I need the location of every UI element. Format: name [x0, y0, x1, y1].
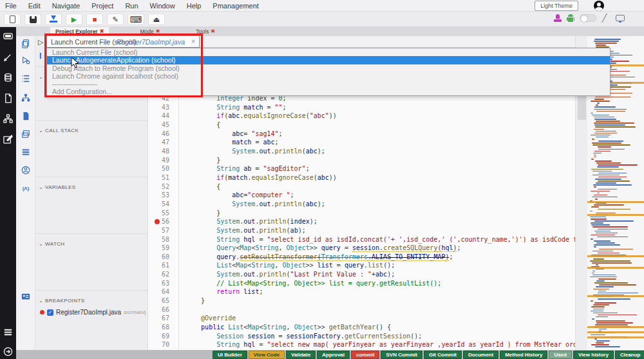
status-button-git-commit[interactable]: Git Commit	[424, 351, 462, 359]
list-icon[interactable]	[21, 73, 31, 84]
line-number[interactable]: 65	[148, 296, 169, 306]
menu-file[interactable]: File	[5, 2, 17, 10]
debug-section-call-stack[interactable]: ⌄CALL STACK	[35, 120, 148, 135]
code-line-50[interactable]: 50 String ab = "sagEditor";	[148, 164, 575, 173]
status-button-svn-commit[interactable]: SVN Commit	[381, 351, 422, 359]
account-icon[interactable]	[21, 165, 31, 175]
menu-help[interactable]: Help	[187, 2, 202, 10]
code-line-53[interactable]: 53 abc="computer ";	[148, 191, 575, 200]
code-line-47[interactable]: 47 match = abc;	[148, 138, 575, 147]
line-number[interactable]: 54	[148, 200, 169, 209]
panel-tab-project-explorer[interactable]: Project Explorer✖	[50, 27, 109, 36]
line-number[interactable]: 49	[148, 156, 169, 165]
line-number[interactable]: 45	[148, 121, 169, 130]
toggle-switch[interactable]	[580, 14, 596, 22]
pencil-line-icon[interactable]	[601, 14, 611, 23]
status-button-view-code[interactable]: View Code	[249, 351, 285, 359]
code-line-70[interactable]: 70 String hql = "select new map( yearFin…	[148, 340, 575, 349]
display-icon[interactable]	[616, 15, 625, 21]
run-button[interactable]: ▶	[66, 14, 82, 25]
run-config-option[interactable]: --------------------	[47, 80, 610, 88]
line-number[interactable]: 62	[148, 270, 169, 279]
status-button-method-history[interactable]: Method History	[500, 351, 547, 359]
code-line-67[interactable]: 67 @Override	[148, 314, 575, 323]
line-number[interactable]: 52	[148, 182, 169, 191]
code-line-69[interactable]: 69 Session session = sessionFactory.getC…	[148, 332, 575, 341]
copy-pages-icon[interactable]	[21, 39, 31, 49]
menu-pmanagement[interactable]: Pmanagement	[213, 2, 259, 10]
status-button-view-history[interactable]: View history	[573, 351, 614, 359]
debug-section-breakpoints[interactable]: ⌄BREAKPOINTS✓Register7DaoImpl.javasrc/ma…	[35, 290, 148, 316]
line-number[interactable]: 63	[148, 279, 169, 288]
line-number[interactable]: 58	[148, 235, 169, 244]
blue-menu-icon[interactable]	[21, 147, 31, 157]
code-line-45[interactable]: 45 {	[148, 121, 575, 130]
code-line-52[interactable]: 52 {	[148, 182, 575, 191]
line-number[interactable]: 69	[148, 332, 169, 341]
code-line-54[interactable]: 54 System.out.println(abc);	[148, 200, 575, 209]
menu-run[interactable]: Run	[125, 2, 138, 10]
menu-icon[interactable]	[3, 327, 14, 338]
code-line-43[interactable]: 43 String match = "";	[148, 103, 575, 112]
file-icon[interactable]	[3, 93, 14, 104]
deploy-button[interactable]	[45, 14, 62, 25]
terminal-icon[interactable]	[3, 31, 14, 42]
save-button[interactable]	[24, 14, 41, 25]
code-line-46[interactable]: 46 abc= "sag14";	[148, 130, 575, 139]
status-button-commit[interactable]: commit	[351, 351, 379, 359]
close-icon[interactable]: ✖	[211, 28, 215, 36]
line-number[interactable]: 67	[148, 314, 169, 323]
editor-tab[interactable]: Register7DaoImpl.java	[117, 38, 185, 46]
code-line-66[interactable]: 66	[148, 306, 575, 315]
panel-tab-mode[interactable]: Mode✖	[135, 27, 165, 36]
debug-section-variables[interactable]: ⌄VARIABLES	[35, 177, 148, 191]
breakpoint-checkbox[interactable]: ✓	[47, 309, 53, 316]
code-line-55[interactable]: 55 }	[148, 209, 575, 218]
line-number[interactable]: 55	[148, 209, 169, 218]
status-button-approval[interactable]: Approval	[317, 351, 350, 359]
database-icon[interactable]	[3, 72, 14, 83]
code-line-59[interactable]: 59 Query<Map<String, Object>> query = se…	[148, 244, 575, 253]
new-file-button[interactable]	[4, 14, 21, 25]
code-line-57[interactable]: 57 System.out.println(ab);	[148, 226, 575, 235]
accessibility-icon[interactable]: (Λ)	[21, 183, 31, 193]
status-button-cleanup[interactable]: Cleanup	[615, 351, 644, 359]
code-line-51[interactable]: 51 if(match.equalsIgnoreCase(abc))	[148, 173, 575, 182]
run-config-option[interactable]: Add Configuration...	[47, 88, 610, 95]
stop-button[interactable]: ■	[86, 14, 103, 25]
run-config-option[interactable]: Launch AutogenerateApplication (school)	[47, 56, 610, 64]
line-number[interactable]: 48	[148, 147, 169, 156]
line-number[interactable]: 50	[148, 164, 169, 173]
line-number[interactable]: 70	[148, 340, 169, 349]
line-number[interactable]: 43	[148, 103, 169, 112]
line-number[interactable]: 64	[148, 287, 169, 296]
code-line-56[interactable]: 56 System.out.println(index);	[148, 217, 575, 226]
status-button-ui-builder[interactable]: UI Builder	[213, 351, 247, 359]
line-number[interactable]: 47	[148, 138, 169, 147]
run-config-select[interactable]: Launch Current File (school) Register7Da…	[46, 35, 200, 48]
line-number[interactable]: 51	[148, 173, 169, 182]
line-number[interactable]: 59	[148, 244, 169, 253]
run-config-option[interactable]: Debug Attach to Remote Program (school)	[47, 64, 610, 72]
windows-icon[interactable]	[21, 129, 31, 139]
run-debug-icon[interactable]	[21, 55, 31, 66]
code-line-64[interactable]: 64 return list;	[148, 287, 575, 296]
user-avatar[interactable]	[594, 1, 604, 11]
brush-icon[interactable]	[3, 52, 14, 63]
document-icon[interactable]	[21, 111, 31, 121]
line-number[interactable]: 53	[148, 191, 169, 200]
android-icon[interactable]	[567, 14, 574, 22]
light-theme-button[interactable]: Light Theme	[535, 1, 578, 11]
keyboard-button[interactable]: ⌨	[128, 14, 144, 25]
line-number[interactable]: 68	[148, 323, 169, 332]
code-line-49[interactable]: 49 }	[148, 156, 575, 165]
debug-section-watch[interactable]: ⌄WATCH	[35, 233, 148, 248]
arrow-circle-icon[interactable]	[3, 346, 14, 357]
edit-button[interactable]: ✎	[107, 14, 124, 25]
line-number[interactable]: 46	[148, 130, 169, 139]
code-line-63[interactable]: 63 // List<Map<String, Object>> list = q…	[148, 279, 575, 288]
line-number[interactable]: 57	[148, 226, 169, 235]
code-line-65[interactable]: 65 }	[148, 296, 575, 306]
menu-project[interactable]: Project	[91, 2, 113, 10]
code-line-60[interactable]: 60 query.setResultTransformer(Transforme…	[148, 253, 575, 262]
